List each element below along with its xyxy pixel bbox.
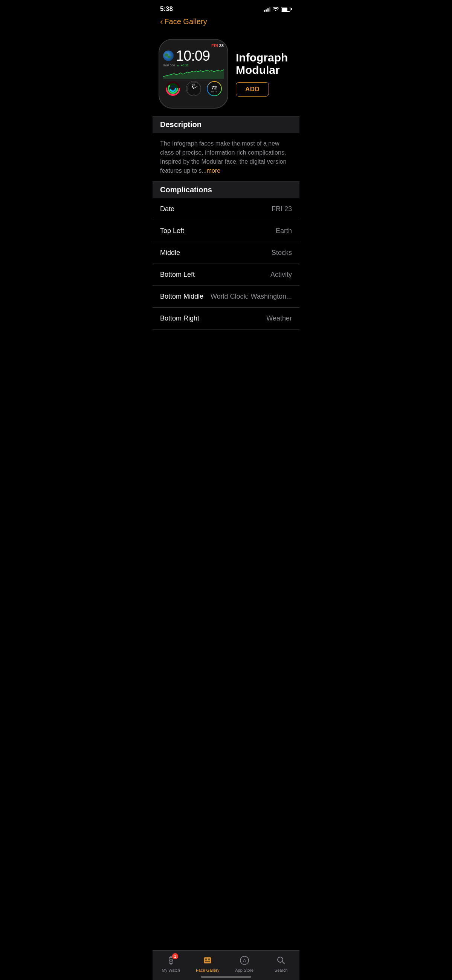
face-gallery-icon (202, 955, 213, 966)
more-link[interactable]: more (207, 167, 220, 174)
my-watch-label: My Watch (162, 968, 181, 972)
back-label: Face Gallery (164, 18, 207, 26)
tab-face-gallery[interactable]: Face Gallery (189, 955, 226, 972)
back-button[interactable]: ‹ Face Gallery (152, 16, 300, 31)
search-icon-wrap (275, 955, 287, 966)
weather-range: 55 76 (211, 91, 217, 93)
tab-app-store[interactable]: A App Store (226, 955, 263, 972)
complication-value: FRI 23 (271, 205, 292, 213)
home-indicator (201, 976, 251, 978)
complications-section-header: Complications (152, 182, 300, 198)
complication-label: Date (160, 205, 174, 213)
complication-row[interactable]: Bottom Right Weather (152, 308, 300, 329)
watch-time: 10:09 (176, 49, 210, 63)
watch-face-info: Infograph Modular ADD (236, 51, 292, 97)
stocks-chart (163, 68, 224, 79)
app-store-icon: A (239, 955, 250, 966)
watch-date: FRI 23 (211, 43, 224, 48)
stocks-row: S&P 500 ▲ +5.22 (163, 64, 224, 67)
complication-label: Middle (160, 249, 180, 257)
watch-face-title: Infograph Modular (236, 51, 292, 76)
complications-title: Complications (160, 186, 212, 194)
watch-time-row: 10:09 (163, 49, 224, 63)
face-gallery-icon-wrap (201, 955, 214, 966)
complication-value: Earth (276, 227, 292, 235)
signal-icon (264, 6, 270, 12)
complication-label: Top Left (160, 227, 184, 235)
description-section-header: Description (152, 116, 300, 133)
search-icon (276, 955, 286, 966)
svg-rect-24 (205, 959, 207, 960)
complication-row[interactable]: Bottom Left Activity (152, 264, 300, 286)
my-watch-icon-wrap: 1 (165, 955, 177, 966)
description-text: The Infograph faces make the most of a n… (152, 133, 300, 182)
status-time: 5:38 (160, 5, 173, 13)
activity-complication (165, 81, 181, 96)
complication-value: Stocks (271, 249, 292, 257)
status-bar: 5:38 (152, 0, 300, 16)
weather-temp: 72 (211, 85, 217, 91)
earth-complication (163, 51, 174, 61)
tab-search[interactable]: Search (263, 955, 300, 972)
svg-text:A: A (243, 958, 246, 963)
face-gallery-label: Face Gallery (196, 968, 219, 972)
chevron-left-icon: ‹ (160, 18, 163, 26)
world-clock-complication: DC (186, 81, 201, 96)
complication-value: Weather (266, 315, 292, 322)
complication-value: Activity (270, 271, 292, 278)
battery-icon (281, 7, 292, 12)
complication-row[interactable]: Bottom Middle World Clock: Washington... (152, 286, 300, 308)
svg-point-12 (187, 82, 201, 96)
svg-rect-23 (204, 958, 211, 963)
stocks-arrow: ▲ (176, 64, 179, 67)
status-icons (264, 6, 292, 12)
watch-face-section: FRI 23 10:09 S&P 500 ▲ +5.22 (152, 31, 300, 116)
stocks-label: S&P 500 (163, 64, 175, 67)
svg-line-30 (282, 962, 285, 964)
app-store-icon-wrap: A (238, 955, 251, 966)
app-store-label: App Store (235, 968, 254, 972)
complications-list: Date FRI 23 Top Left Earth Middle Stocks… (152, 198, 300, 329)
search-label: Search (274, 968, 288, 972)
svg-rect-25 (208, 959, 210, 960)
complication-row[interactable]: Top Left Earth (152, 220, 300, 242)
complication-row[interactable]: Date FRI 23 (152, 198, 300, 220)
my-watch-badge: 1 (172, 953, 179, 959)
svg-rect-19 (170, 963, 172, 965)
wifi-icon (273, 6, 279, 12)
stocks-value: +5.22 (181, 64, 188, 67)
tab-my-watch[interactable]: 1 My Watch (152, 955, 189, 972)
description-body: The Infograph faces make the most of a n… (160, 140, 286, 174)
description-title: Description (160, 120, 201, 129)
complication-value: World Clock: Washington... (211, 293, 292, 301)
svg-line-22 (171, 960, 172, 961)
weather-complication: 72 55 76 (207, 81, 222, 96)
add-button[interactable]: ADD (236, 82, 269, 97)
complication-label: Bottom Left (160, 271, 195, 278)
complications-row: DC 72 55 76 (163, 81, 224, 96)
watch-date-row: FRI 23 (163, 43, 224, 48)
complication-label: Bottom Middle (160, 293, 203, 301)
svg-rect-26 (205, 961, 210, 962)
complication-row[interactable]: Middle Stocks (152, 242, 300, 264)
complication-label: Bottom Right (160, 315, 199, 322)
watch-face-preview: FRI 23 10:09 S&P 500 ▲ +5.22 (159, 39, 228, 108)
